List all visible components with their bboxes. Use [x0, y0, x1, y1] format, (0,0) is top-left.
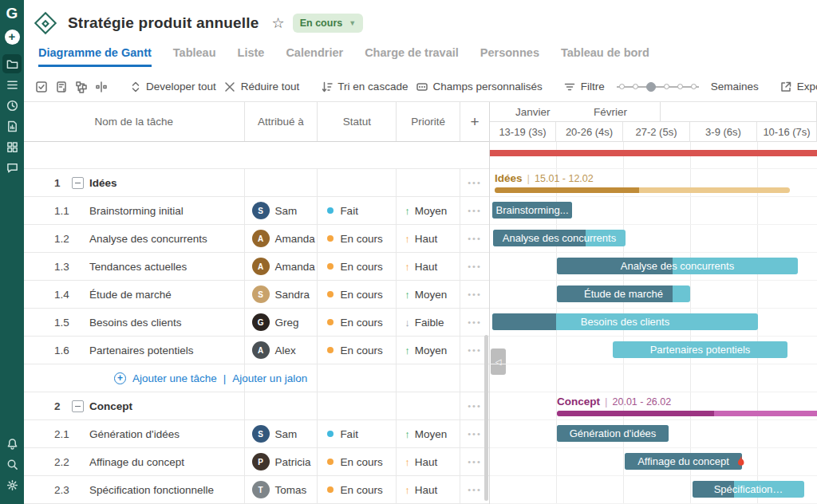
assignee-cell[interactable]: SSam	[244, 420, 318, 447]
status-cell[interactable]: En cours	[317, 225, 396, 252]
hierarchy-button[interactable]	[75, 80, 88, 93]
status-cell[interactable]: En cours	[317, 253, 396, 280]
task-name-cell[interactable]: 2.2Affinage du concept	[24, 448, 244, 475]
status-cell[interactable]: Fait	[317, 197, 396, 224]
priority-cell[interactable]: ↑Moyen	[396, 337, 460, 364]
assignee-cell[interactable]: AAmanda	[244, 253, 318, 280]
expand-all-button[interactable]: Developer tout	[128, 80, 216, 93]
project-summary-bar[interactable]	[490, 150, 817, 156]
add-milestone-link[interactable]: Ajouter un jalon	[232, 372, 307, 384]
task-name-cell[interactable]: 1.1Brainstorming initial	[24, 197, 244, 224]
assignee-cell[interactable]: AAmanda	[244, 225, 318, 252]
favorite-star-icon[interactable]: ☆	[272, 14, 285, 32]
tab-charge-de-travail[interactable]: Charge de travail	[365, 46, 459, 67]
tab-calendrier[interactable]: Calendrier	[286, 46, 343, 67]
cascade-sort-button[interactable]: Tri en cascade	[320, 80, 408, 93]
add-column-button[interactable]: +	[460, 102, 489, 141]
task-bar[interactable]: Spécification…	[693, 481, 804, 498]
zoom-slider-dot[interactable]	[677, 84, 683, 89]
task-bar[interactable]: Génération d'idées	[557, 425, 669, 442]
zoom-slider-dot[interactable]	[691, 84, 697, 89]
task-name-cell[interactable]: 1.3Tendances actuelles	[24, 253, 244, 280]
task-name-cell[interactable]: 1.5Besoins des clients	[24, 309, 244, 336]
priority-cell[interactable]: ↑Moyen	[396, 281, 460, 308]
assignee-cell[interactable]: GGreg	[244, 309, 318, 336]
priority-cell[interactable]	[396, 392, 460, 419]
add-circle-icon[interactable]: +	[114, 372, 126, 384]
sidebar-item-settings[interactable]	[2, 475, 22, 494]
sidebar-item-projects[interactable]	[2, 54, 22, 73]
vertical-scrollbar[interactable]	[484, 335, 488, 501]
tab-liste[interactable]: Liste	[238, 46, 265, 67]
project-status-badge[interactable]: En cours ▼	[293, 14, 363, 33]
assignee-cell[interactable]: AAlex	[244, 337, 318, 364]
priority-cell[interactable]: ↑Moyen	[396, 420, 460, 447]
collapse-group-toggle[interactable]	[72, 400, 84, 412]
row-menu-button[interactable]: •••	[460, 281, 489, 308]
row-menu-button[interactable]: •••	[460, 197, 489, 224]
timeline-zoom-slider[interactable]	[615, 81, 701, 93]
sidebar-item-apps[interactable]	[2, 137, 22, 156]
status-cell[interactable]: Fait	[317, 420, 396, 447]
priority-cell[interactable]: ↑Haut	[396, 253, 460, 280]
column-header-task-name[interactable]: Nom de la tâche	[24, 102, 244, 141]
task-name-cell[interactable]: 1.4Étude de marché	[24, 281, 244, 308]
zoom-slider-dot[interactable]	[646, 82, 656, 92]
status-cell[interactable]: En cours	[317, 309, 396, 336]
select-tasks-button[interactable]	[35, 80, 48, 93]
export-button[interactable]: Exporter	[780, 80, 817, 93]
task-bar[interactable]: Partenaires potentiels	[613, 341, 787, 358]
task-bar[interactable]: Analyse des concurrents	[493, 230, 626, 246]
task-bar[interactable]: Brainstorming...	[492, 202, 572, 219]
priority-cell[interactable]: ↑Haut	[396, 476, 460, 503]
status-cell[interactable]: En cours	[317, 448, 396, 475]
sidebar-item-notifications[interactable]	[2, 434, 22, 453]
critical-path-button[interactable]	[95, 80, 108, 93]
status-cell[interactable]: En cours	[317, 337, 396, 364]
assignee-cell[interactable]	[244, 392, 318, 419]
status-cell[interactable]	[317, 169, 396, 196]
priority-cell[interactable]: ↑Haut	[396, 448, 460, 475]
add-project-icon[interactable]: +	[5, 30, 20, 45]
zoom-slider-dot[interactable]	[664, 84, 669, 89]
status-cell[interactable]: En cours	[317, 281, 396, 308]
task-name-cell[interactable]: 2.3Spécification fonctionnelle	[24, 476, 244, 503]
row-menu-button[interactable]: •••	[460, 309, 489, 336]
task-name-cell[interactable]: 1Idées	[24, 169, 244, 196]
row-menu-button[interactable]: •••	[460, 253, 489, 280]
assignee-cell[interactable]	[244, 169, 318, 196]
row-menu-button[interactable]: •••	[460, 169, 489, 196]
sidebar-item-comments[interactable]	[2, 158, 22, 177]
collapse-all-button[interactable]: Réduire tout	[223, 80, 300, 93]
column-header-status[interactable]: Statut	[317, 102, 396, 141]
task-name-cell[interactable]: 2Concept	[24, 392, 244, 419]
priority-cell[interactable]: ↑Moyen	[396, 197, 460, 224]
sidebar-item-time-log[interactable]	[2, 96, 22, 115]
tab-tableau[interactable]: Tableau	[173, 46, 216, 67]
status-cell[interactable]: En cours	[317, 476, 396, 503]
sidebar-item-reports[interactable]	[2, 116, 22, 136]
task-name-cell[interactable]: 1.6Partenaires potentiels	[24, 337, 244, 364]
assignee-cell[interactable]: PPatricia	[244, 448, 318, 475]
row-menu-button[interactable]: •••	[460, 225, 489, 252]
priority-cell[interactable]: ↑Haut	[396, 225, 460, 252]
assignee-cell[interactable]: SSandra	[244, 281, 318, 308]
sidebar-item-search[interactable]	[2, 455, 22, 474]
priority-cell[interactable]: ↓Faible	[396, 309, 460, 336]
status-cell[interactable]	[317, 392, 396, 419]
overdue-tasks-button[interactable]	[55, 80, 68, 93]
tab-personnes[interactable]: Personnes	[480, 46, 539, 67]
group-summary-bar[interactable]	[557, 411, 817, 416]
sidebar-item-task-list[interactable]	[2, 75, 22, 94]
group-summary-bar[interactable]	[495, 187, 790, 193]
task-name-cell[interactable]: 1.2Analyse des concurrents	[24, 225, 244, 252]
task-bar[interactable]: Étude de marché	[557, 285, 690, 302]
task-bar[interactable]: Besoins des clients	[492, 313, 758, 330]
task-bar[interactable]: Analyse des concurrents	[557, 258, 798, 274]
zoom-slider-dot[interactable]	[619, 84, 625, 89]
column-header-assignee[interactable]: Attribué à	[244, 102, 318, 141]
assignee-cell[interactable]: SSam	[244, 197, 318, 224]
task-bar[interactable]: Affinage du concept	[625, 453, 742, 470]
tab-tableau-de-bord[interactable]: Tableau de bord	[561, 46, 649, 67]
assignee-cell[interactable]: TTomas	[244, 476, 318, 503]
